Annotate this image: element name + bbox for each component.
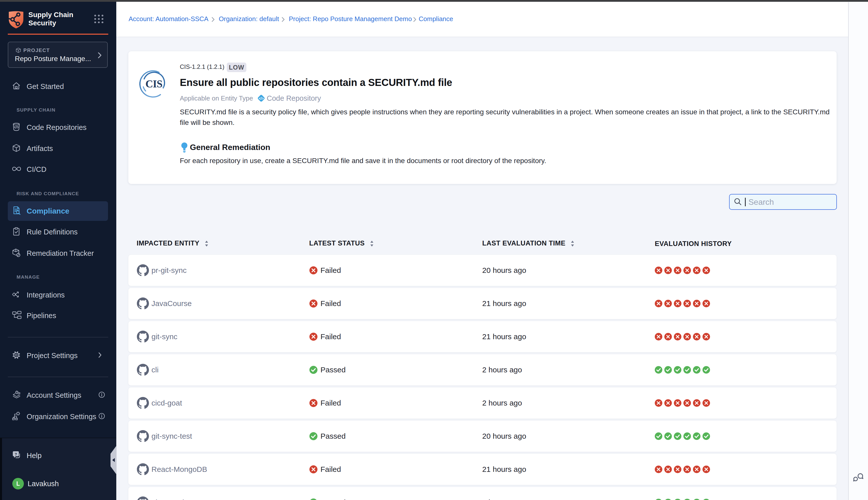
svg-text:?: ? — [14, 452, 17, 456]
svg-text:</>: </> — [259, 96, 264, 101]
svg-text:CIS: CIS — [146, 78, 162, 90]
